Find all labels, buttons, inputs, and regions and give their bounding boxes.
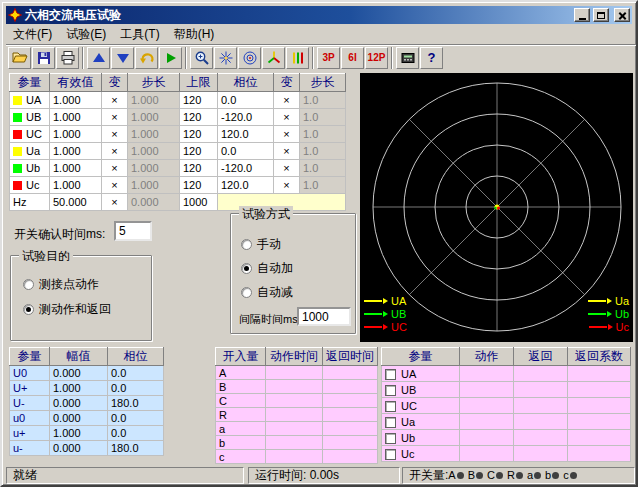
limit-cell[interactable]: 120 xyxy=(180,126,218,143)
confirm-time-input[interactable] xyxy=(114,221,152,241)
starburst-icon xyxy=(218,50,234,66)
vary-toggle-cell[interactable]: × xyxy=(102,126,128,143)
checkbox[interactable] xyxy=(385,417,396,428)
checkbox[interactable] xyxy=(385,401,396,412)
phase-cell[interactable]: 0.0 xyxy=(218,92,274,109)
vary-toggle-cell[interactable]: × xyxy=(102,160,128,177)
vary-toggle-cell[interactable]: × xyxy=(102,177,128,194)
radio-manual[interactable]: 手动 xyxy=(241,236,281,253)
mode-6i-label: 6I xyxy=(348,52,356,63)
parameter-table: 参量 有效值 变 步长 上限 相位 变 步长 UA 1.000 × 1.000 … xyxy=(9,73,346,211)
save-button[interactable] xyxy=(32,47,55,69)
reset-button[interactable] xyxy=(135,47,158,69)
minimize-button[interactable] xyxy=(574,8,590,22)
menu-file[interactable]: 文件(F) xyxy=(6,25,59,43)
vary-toggle-cell[interactable]: × xyxy=(274,92,300,109)
radio-auto-increase[interactable]: 自动加 xyxy=(241,260,293,277)
limit-cell[interactable]: 120 xyxy=(180,92,218,109)
vary-toggle-cell[interactable]: × xyxy=(274,126,300,143)
rms-cell[interactable]: 1.000 xyxy=(50,160,102,177)
table-row: U0 0.000 0.0 xyxy=(10,366,164,381)
vary-toggle-cell[interactable]: × xyxy=(102,109,128,126)
checkbox[interactable] xyxy=(385,433,396,444)
phase-cell[interactable]: -120.0 xyxy=(218,160,274,177)
rms-cell[interactable]: 1.000 xyxy=(50,143,102,160)
rms-cell[interactable]: 1.000 xyxy=(50,177,102,194)
raise-value-button[interactable] xyxy=(87,47,110,69)
vary-toggle-cell[interactable]: × xyxy=(102,143,128,160)
col-header: 变 xyxy=(102,74,128,92)
switch-indicator xyxy=(534,472,541,479)
legend-arrowhead-icon xyxy=(383,324,388,330)
rms-cell[interactable]: 1.000 xyxy=(50,126,102,143)
table-row: UA 1.000 × 1.000 120 0.0 × 1.0 xyxy=(10,92,346,109)
col-header: 上限 xyxy=(180,74,218,92)
limit-cell[interactable]: 120 xyxy=(180,143,218,160)
col-header: 变 xyxy=(274,74,300,92)
limit-cell[interactable]: 120 xyxy=(180,109,218,126)
switch-name: B xyxy=(468,468,475,483)
phase-cell[interactable]: -120.0 xyxy=(218,109,274,126)
switch-quantity-label: 开关量: xyxy=(409,468,448,483)
mode-6i-button[interactable]: 6I xyxy=(341,47,364,69)
radio-selected-icon xyxy=(241,263,252,274)
seq-name: u- xyxy=(10,441,50,456)
radio-action-and-return[interactable]: 测动作和返回 xyxy=(23,301,111,318)
rms-cell[interactable]: 1.000 xyxy=(50,92,102,109)
table-row: Ub 1.000 × 1.000 120 -120.0 × 1.0 xyxy=(10,160,346,177)
phasor-view-button[interactable] xyxy=(262,47,285,69)
rings-view-button[interactable] xyxy=(238,47,261,69)
param-cell: Ua xyxy=(10,143,50,160)
phase-cell[interactable]: 120.0 xyxy=(218,126,274,143)
close-button[interactable] xyxy=(614,8,630,22)
radio-auto-decrease[interactable]: 自动减 xyxy=(241,284,293,301)
checkbox[interactable] xyxy=(385,449,396,460)
limit-cell[interactable]: 1000 xyxy=(180,194,218,211)
table-row: UB 1.000 × 1.000 120 -120.0 × 1.0 xyxy=(10,109,346,126)
checkbox[interactable] xyxy=(385,385,396,396)
limit-cell[interactable]: 120 xyxy=(180,177,218,194)
start-test-button[interactable] xyxy=(159,47,182,69)
vary-toggle-cell[interactable]: × xyxy=(274,160,300,177)
print-button[interactable] xyxy=(56,47,79,69)
menu-tools[interactable]: 工具(T) xyxy=(113,25,166,43)
rms-cell[interactable]: 1.000 xyxy=(50,109,102,126)
toolbar: 3P 6I 12P ? xyxy=(6,44,636,70)
help-button[interactable]: ? xyxy=(420,47,443,69)
phase-cell[interactable]: 120.0 xyxy=(218,177,274,194)
radio-contact-action[interactable]: 测接点动作 xyxy=(23,276,99,293)
zoom-button[interactable] xyxy=(190,47,213,69)
menu-help[interactable]: 帮助(H) xyxy=(167,25,222,43)
seq-phase: 0.0 xyxy=(108,366,164,381)
maximize-button[interactable] xyxy=(593,8,609,22)
vary-toggle-cell[interactable]: × xyxy=(274,109,300,126)
action-value xyxy=(460,366,514,382)
limit-cell[interactable]: 120 xyxy=(180,160,218,177)
panel-button[interactable] xyxy=(396,47,419,69)
purpose-group: 试验目的 测接点动作 测动作和返回 xyxy=(10,255,152,341)
interval-input[interactable] xyxy=(297,307,351,326)
vary-toggle-cell[interactable]: × xyxy=(102,194,128,211)
mode-3p-button[interactable]: 3P xyxy=(317,47,340,69)
starburst-button[interactable] xyxy=(214,47,237,69)
open-button[interactable] xyxy=(8,47,31,69)
action-time xyxy=(266,450,323,464)
vary-toggle-cell[interactable]: × xyxy=(274,177,300,194)
phase-color-swatch xyxy=(13,164,22,173)
step-cell: 1.000 xyxy=(128,109,180,126)
rms-cell[interactable]: 50.000 xyxy=(50,194,102,211)
step-cell: 1.0 xyxy=(300,177,346,194)
phase-color-swatch xyxy=(13,147,22,156)
phasor-vectors-icon xyxy=(266,50,282,66)
waveform-view-button[interactable] xyxy=(286,47,309,69)
legend-arrow-icon xyxy=(588,300,606,302)
input-name: b xyxy=(216,436,266,450)
phase-cell[interactable]: 0.0 xyxy=(218,143,274,160)
checkbox[interactable] xyxy=(385,369,396,380)
vary-toggle-cell[interactable]: × xyxy=(102,92,128,109)
lower-value-button[interactable] xyxy=(111,47,134,69)
param-name: UB xyxy=(26,111,41,123)
menu-test[interactable]: 试验(E) xyxy=(59,25,113,43)
mode-12p-button[interactable]: 12P xyxy=(365,47,388,69)
vary-toggle-cell[interactable]: × xyxy=(274,143,300,160)
